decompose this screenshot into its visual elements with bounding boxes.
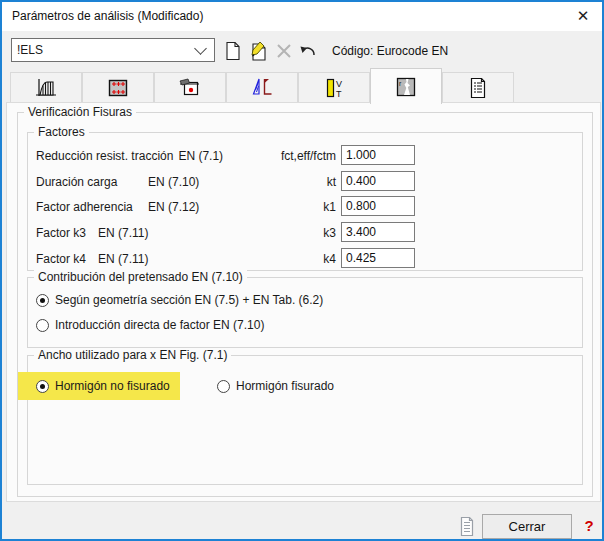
radio-label: Hormigón fisurado (236, 379, 334, 393)
parameter-set-combobox[interactable]: !ELS (11, 38, 215, 62)
new-document-icon[interactable] (221, 40, 245, 62)
group-title: Verificación Fisuras (24, 105, 136, 119)
k3-input[interactable] (341, 222, 415, 242)
undo-icon[interactable] (296, 40, 320, 62)
cracking-tab-page: Verificación Fisuras Factores Reducción … (6, 102, 601, 502)
factor-row: Factor adherencia EN (7.12) k1 (36, 196, 576, 218)
tab-cracking[interactable]: r (370, 68, 442, 104)
tab-report[interactable] (442, 72, 514, 102)
factor-row: Duración carga EN (7.10) kt (36, 171, 576, 193)
radio-label: Hormigón no fisurado (55, 379, 170, 393)
edit-document-icon[interactable] (247, 40, 271, 62)
tendon-icon (178, 77, 202, 99)
dialog-title: Parámetros de análisis (Modificado) (12, 9, 203, 23)
stress-diagram-icon (34, 77, 58, 99)
k1-input[interactable] (341, 196, 415, 216)
delete-x-glyph (275, 42, 293, 60)
factor-symbol: k3 (201, 226, 336, 240)
svg-text:V: V (336, 79, 342, 89)
factor-name: Factor k3 (36, 226, 86, 240)
vt-forces-icon: V T (322, 77, 346, 99)
edit-document-glyph (248, 41, 270, 61)
undo-glyph (298, 42, 318, 60)
factor-symbol: fct,eff/fctm (201, 149, 336, 163)
delete-x-icon[interactable] (272, 40, 296, 62)
shear-diagram-icon (250, 77, 274, 99)
factor-code: EN (7.10) (148, 175, 199, 189)
group-factores: Factores Reducción resist. tracción EN (… (27, 132, 583, 271)
cerrar-button[interactable]: Cerrar (482, 514, 572, 539)
section-reinforcement-icon (106, 77, 130, 99)
report-preview-icon[interactable] (454, 513, 480, 539)
tab-vt-forces[interactable]: V T (298, 72, 370, 102)
radio-label: Según geometría sección EN (7.5) + EN Ta… (55, 293, 323, 307)
factor-symbol: k4 (201, 252, 336, 266)
tab-stress-diagram[interactable] (10, 72, 82, 102)
factor-symbol: k1 (201, 200, 336, 214)
ancho-title: Ancho utilizado para x EN Fig. (7.1) (34, 348, 231, 362)
radio-icon[interactable] (36, 380, 49, 393)
radio-introduccion-directa[interactable]: Introducción directa de factor EN (7.10) (36, 316, 264, 334)
tab-section-reinforcement[interactable] (82, 72, 154, 102)
factor-name: Reducción resist. tracción (36, 149, 173, 163)
kt-input[interactable] (341, 171, 415, 191)
radio-icon[interactable] (217, 380, 230, 393)
help-icon[interactable]: ? (580, 513, 598, 537)
combobox-value: !ELS (12, 43, 196, 57)
radio-icon[interactable] (36, 294, 49, 307)
radio-segun-geometria[interactable]: Según geometría sección EN (7.5) + EN Ta… (36, 291, 323, 309)
svg-text:T: T (336, 89, 342, 99)
pretensado-title: Contribución del pretensado EN (7.10) (34, 270, 247, 284)
factor-symbol: kt (201, 175, 336, 189)
radio-icon[interactable] (36, 319, 49, 332)
new-document-glyph (223, 41, 243, 61)
chevron-down-icon (194, 42, 207, 55)
close-icon[interactable]: ✕ (570, 4, 596, 28)
fct-eff-fctm-input[interactable] (341, 145, 415, 165)
tab-shear-diagram[interactable] (226, 72, 298, 102)
radio-hormigon-no-fisurado[interactable]: Hormigón no fisurado (36, 377, 170, 395)
tab-tendon[interactable] (154, 72, 226, 102)
factor-code: EN (7.11) (98, 226, 148, 240)
factores-title: Factores (34, 125, 89, 139)
factor-name: Factor adherencia (36, 200, 148, 214)
factor-row: Reducción resist. tracción EN (7.1) fct,… (36, 145, 576, 167)
code-label: Código: Eurocode EN (332, 44, 448, 58)
factor-row: Factor k4 EN (7.11) k4 (36, 248, 576, 270)
report-preview-glyph (458, 516, 476, 537)
factor-row: Factor k3 EN (7.11) k3 (36, 222, 576, 244)
title-bar: Parámetros de análisis (Modificado) ✕ (2, 2, 602, 31)
cracking-icon: r (394, 76, 418, 98)
analysis-parameters-dialog: Parámetros de análisis (Modificado) ✕ !E… (0, 0, 604, 541)
factor-code: EN (7.12) (148, 200, 199, 214)
group-pretensado: Contribución del pretensado EN (7.10) Se… (27, 277, 583, 348)
factor-code: EN (7.11) (98, 252, 148, 266)
factor-name: Factor k4 (36, 252, 86, 266)
k4-input[interactable] (341, 248, 415, 268)
radio-hormigon-fisurado[interactable]: Hormigón fisurado (217, 377, 334, 395)
factor-name: Duración carga (36, 175, 148, 189)
report-icon (466, 77, 490, 99)
radio-label: Introducción directa de factor EN (7.10) (55, 318, 264, 332)
